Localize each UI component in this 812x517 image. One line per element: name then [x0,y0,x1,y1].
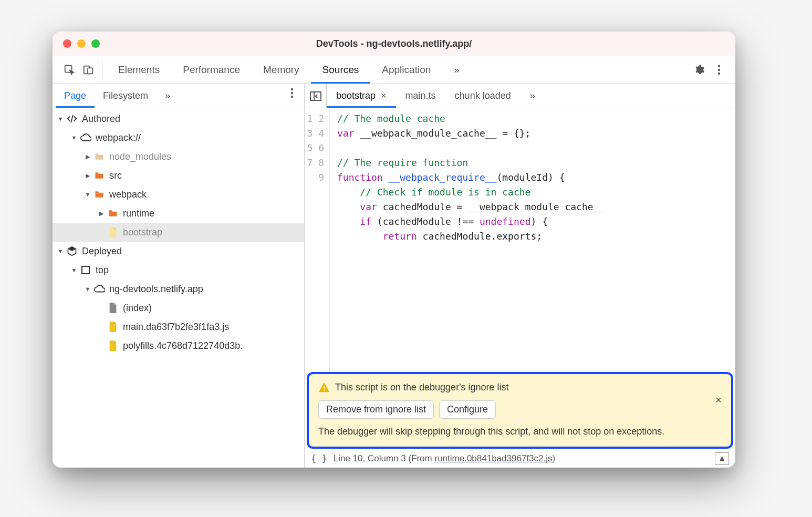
cloud-icon [93,283,105,295]
main-tab-bar: Elements Performance Memory Sources Appl… [53,56,735,84]
chevron-down-icon: ▼ [57,248,64,254]
gear-icon [693,64,705,76]
sidebar-tab-bar: Page Filesystem » [53,84,304,108]
remove-from-ignore-button[interactable]: Remove from ignore list [318,400,434,419]
sidebar-tab-more[interactable]: » [157,84,179,108]
sidebar-toggle-icon [310,91,321,101]
close-banner-button[interactable]: × [715,394,722,406]
banner-description: The debugger will skip stepping through … [318,426,722,437]
inspect-element-icon[interactable] [60,56,79,84]
tab-performance[interactable]: Performance [171,56,252,84]
sidebar-tab-page[interactable]: Page [56,84,95,108]
cube-icon [66,245,78,257]
tree-label: polyfills.4c768d7122740d3b. [123,340,243,351]
tree-item-bootstrap[interactable]: bootstrap [53,223,304,242]
editor-tab-bootstrap[interactable]: bootstrap × [327,84,396,108]
tree-item-index[interactable]: (index) [53,298,304,317]
tree-label: webpack:// [96,132,141,143]
traffic-lights [63,39,100,48]
file-icon [107,226,119,238]
svg-point-3 [718,65,720,67]
tree-item-polyfills-js[interactable]: polyfills.4c768d7122740d3b. [53,336,304,355]
editor-tab-chunk-loaded[interactable]: chunk loaded [445,84,520,108]
chevron-right-icon: ▶ [98,210,105,217]
file-tree: ▼ Authored ▼ webpack:// ▶ node_modules ▶ [53,108,304,468]
tab-sources[interactable]: Sources [311,56,371,84]
tree-item-src[interactable]: ▶ src [53,166,304,185]
close-icon[interactable]: × [381,90,387,101]
tab-memory[interactable]: Memory [252,56,311,84]
chevron-down-icon: ▼ [70,135,78,141]
editor-tab-bar: bootstrap × main.ts chunk loaded » [305,84,735,108]
close-window-button[interactable] [63,39,71,48]
pretty-print-button[interactable]: { } [311,453,327,464]
minimize-window-button[interactable] [77,39,86,48]
tree-label: top [96,265,109,276]
folder-icon [93,151,105,162]
tree-item-webpack-scheme[interactable]: ▼ webpack:// [53,128,304,147]
source-map-link[interactable]: runtime.0b841bad3967f3c2.js [434,453,552,463]
ignore-list-banner: This script is on the debugger's ignore … [307,372,733,449]
titlebar: DevTools - ng-devtools.netlify.app/ [53,32,735,56]
chevron-right-icon: ▶ [84,172,91,179]
window-title: DevTools - ng-devtools.netlify.app/ [53,38,735,49]
tree-label: Deployed [82,246,122,257]
warning-icon [318,381,330,393]
editor-panel: bootstrap × main.ts chunk loaded » 1 2 3… [305,84,735,468]
cursor-position: Line 10, Column 3 (From runtime.0b841bad… [334,453,555,464]
tree-item-main-js[interactable]: main.da63f7b2fe3f1fa3.js [53,317,304,336]
devtools-window: DevTools - ng-devtools.netlify.app/ Elem… [53,32,735,468]
svg-point-8 [291,96,293,98]
sidebar-tab-filesystem[interactable]: Filesystem [95,84,157,108]
tab-more[interactable]: » [442,56,471,84]
sources-sidebar: Page Filesystem » ▼ Authored ▼ webpack:/… [53,84,305,468]
svg-rect-9 [82,266,89,274]
editor-tab-label: bootstrap [336,90,376,101]
banner-title: This script is on the debugger's ignore … [335,382,509,393]
tree-label: bootstrap [123,227,162,238]
sidebar-more-button[interactable] [283,84,301,102]
divider [102,61,102,78]
tree-item-host[interactable]: ▼ ng-devtools.netlify.app [53,280,304,298]
tree-label: src [109,170,122,181]
panel-body: Page Filesystem » ▼ Authored ▼ webpack:/… [53,84,735,468]
svg-point-6 [291,88,293,90]
kebab-icon [290,88,294,98]
tree-label: (index) [123,303,152,314]
tree-label: Authored [82,113,120,125]
tree-label: main.da63f7b2fe3f1fa3.js [123,322,229,333]
tree-label: node_modules [109,151,171,162]
tree-item-top[interactable]: ▼ top [53,261,304,280]
toggle-navigator-button[interactable] [305,84,327,108]
tree-label: runtime [123,208,154,219]
tree-label: webpack [109,189,147,200]
kebab-icon [717,65,721,75]
chevron-down-icon: ▼ [84,191,91,198]
file-icon [107,321,119,333]
frame-icon [80,264,91,276]
more-options-button[interactable] [710,61,728,79]
svg-point-7 [291,92,293,94]
maximize-window-button[interactable] [91,39,100,48]
editor-status-bar: { } Line 10, Column 3 (From runtime.0b84… [305,449,735,468]
editor-tab-more[interactable]: » [520,84,545,108]
tree-group-authored[interactable]: ▼ Authored [53,109,304,128]
tab-elements[interactable]: Elements [107,56,171,84]
editor-tab-main-ts[interactable]: main.ts [396,84,445,108]
folder-icon [93,170,105,181]
svg-point-5 [718,72,720,74]
svg-rect-13 [324,390,325,391]
scroll-to-top-button[interactable]: ▲ [715,452,729,465]
device-toolbar-icon[interactable] [79,56,98,84]
tree-item-runtime[interactable]: ▶ runtime [53,204,304,223]
tree-item-node-modules[interactable]: ▶ node_modules [53,147,304,166]
configure-button[interactable]: Configure [439,400,496,419]
tab-application[interactable]: Application [370,56,442,84]
settings-button[interactable] [690,61,708,79]
tree-group-deployed[interactable]: ▼ Deployed [53,242,304,261]
cloud-icon [80,132,91,143]
folder-open-icon [93,189,105,200]
chevron-down-icon: ▼ [84,286,91,292]
code-icon [66,113,78,125]
tree-item-webpack-folder[interactable]: ▼ webpack [53,185,304,204]
